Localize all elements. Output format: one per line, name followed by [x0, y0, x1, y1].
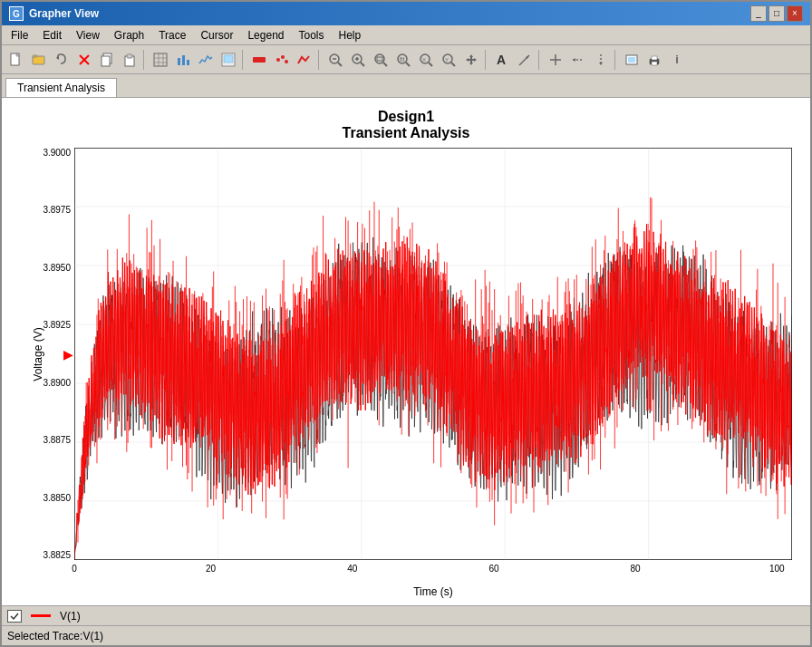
- svg-rect-20: [224, 55, 233, 63]
- open-button[interactable]: [28, 49, 50, 71]
- x-tick-80: 80: [631, 564, 641, 578]
- cancel-button[interactable]: [73, 49, 95, 71]
- print-preview-button[interactable]: [621, 49, 643, 71]
- chart-title-line2: Transient Analysis: [2, 125, 810, 141]
- svg-point-22: [276, 58, 280, 62]
- zoom-y-button[interactable]: Y: [438, 49, 459, 71]
- new-button[interactable]: [5, 49, 27, 71]
- svg-text:A: A: [497, 53, 506, 67]
- y-tick-3895: 3.8950: [20, 263, 71, 273]
- arrow-button[interactable]: [514, 49, 536, 71]
- menu-file[interactable]: File: [4, 27, 35, 43]
- svg-rect-16: [178, 58, 180, 65]
- svg-rect-21: [253, 57, 266, 63]
- trace-line-button[interactable]: [294, 49, 315, 71]
- y-tick-3883: 3.8825: [20, 550, 71, 560]
- svg-rect-8: [102, 56, 110, 66]
- export-button[interactable]: [218, 49, 239, 71]
- zoom-box-button[interactable]: [370, 49, 392, 71]
- sep-3: [318, 50, 322, 70]
- copy-button[interactable]: [96, 49, 118, 71]
- pan-button[interactable]: [460, 49, 482, 71]
- menu-graph[interactable]: Graph: [107, 27, 151, 43]
- bar-chart-button[interactable]: [172, 49, 194, 71]
- svg-point-23: [281, 55, 285, 59]
- y-tick-3888: 3.8875: [20, 435, 71, 445]
- svg-rect-17: [182, 55, 185, 65]
- paste-button[interactable]: [119, 49, 140, 71]
- title-bar-left: G Grapher View: [9, 6, 99, 21]
- y-tick-3885: 3.8850: [20, 493, 71, 503]
- svg-rect-3: [33, 55, 37, 57]
- svg-line-39: [429, 63, 432, 66]
- menu-view[interactable]: View: [69, 27, 107, 43]
- svg-line-34: [383, 63, 387, 66]
- y-tick-3893: 3.8925: [20, 320, 71, 330]
- zoom-x-button[interactable]: X: [415, 49, 437, 71]
- close-button[interactable]: ×: [787, 5, 803, 22]
- svg-line-37: [406, 63, 410, 66]
- x-axis-label: Time (s): [413, 585, 453, 598]
- chart-title-line1: Design1: [2, 109, 810, 125]
- y-tick-3890: 3.8900: [20, 378, 71, 388]
- cursor-x-button[interactable]: [590, 49, 612, 71]
- tab-bar: Transient Analysis: [2, 74, 810, 98]
- sep-4: [485, 50, 488, 70]
- svg-line-31: [361, 63, 364, 66]
- legend-bar: V(1): [2, 605, 810, 625]
- svg-marker-52: [599, 63, 603, 65]
- menu-tools[interactable]: Tools: [291, 27, 331, 43]
- sep-1: [143, 50, 147, 70]
- app-icon: G: [9, 6, 24, 21]
- info-button[interactable]: i: [666, 49, 688, 71]
- trace-red-button[interactable]: [248, 49, 270, 71]
- maximize-button[interactable]: □: [768, 5, 785, 22]
- menu-edit[interactable]: Edit: [35, 27, 69, 43]
- x-tick-20: 20: [206, 564, 216, 578]
- menu-legend[interactable]: Legend: [240, 27, 291, 43]
- svg-rect-57: [652, 62, 657, 65]
- undo-button[interactable]: [51, 49, 72, 71]
- sep-5: [538, 50, 542, 70]
- trace-dot-button[interactable]: [271, 49, 293, 71]
- svg-marker-50: [573, 58, 575, 62]
- status-bar: Selected Trace:V(1): [2, 625, 810, 645]
- print-button[interactable]: [643, 49, 665, 71]
- text-button[interactable]: A: [491, 49, 513, 71]
- svg-rect-10: [127, 54, 132, 58]
- menu-cursor[interactable]: Cursor: [193, 27, 240, 43]
- minimize-button[interactable]: _: [750, 5, 767, 22]
- chart-canvas: [74, 148, 792, 560]
- x-tick-40: 40: [347, 564, 357, 578]
- y-tick-3898: 3.8975: [20, 205, 71, 215]
- main-window: G Grapher View _ □ × File Edit View Grap…: [0, 0, 812, 647]
- svg-line-27: [338, 63, 342, 66]
- menu-help[interactable]: Help: [332, 27, 369, 43]
- menu-trace[interactable]: Trace: [151, 27, 193, 43]
- svg-rect-54: [628, 57, 635, 63]
- x-tick-0: 0: [72, 564, 77, 578]
- legend-label-v1: V(1): [60, 610, 81, 623]
- zoom-in-button[interactable]: [347, 49, 369, 71]
- legend-color-v1: [31, 614, 51, 617]
- grid-button[interactable]: [150, 49, 171, 71]
- sep-6: [614, 50, 618, 70]
- title-bar: G Grapher View _ □ ×: [2, 2, 810, 25]
- status-text: Selected Trace:V(1): [7, 630, 103, 642]
- window-title: Grapher View: [29, 7, 99, 20]
- tab-transient-analysis[interactable]: Transient Analysis: [5, 78, 117, 97]
- svg-text:X: X: [422, 57, 426, 63]
- legend-checkbox[interactable]: [7, 610, 22, 623]
- menu-bar: File Edit View Graph Trace Cursor Legend…: [2, 25, 810, 45]
- toolbar: fit X Y A: [2, 45, 810, 74]
- cursor-y-button[interactable]: [567, 49, 589, 71]
- svg-rect-11: [154, 53, 167, 66]
- chart-type-button[interactable]: [195, 49, 217, 71]
- sep-2: [242, 50, 246, 70]
- x-tick-100: 100: [769, 564, 785, 578]
- zoom-fit-button[interactable]: fit: [392, 49, 414, 71]
- y-tick-3900: 3.9000: [20, 148, 71, 158]
- svg-rect-33: [377, 57, 382, 61]
- zoom-out-button[interactable]: [324, 49, 346, 71]
- cursor-mode-button[interactable]: [545, 49, 566, 71]
